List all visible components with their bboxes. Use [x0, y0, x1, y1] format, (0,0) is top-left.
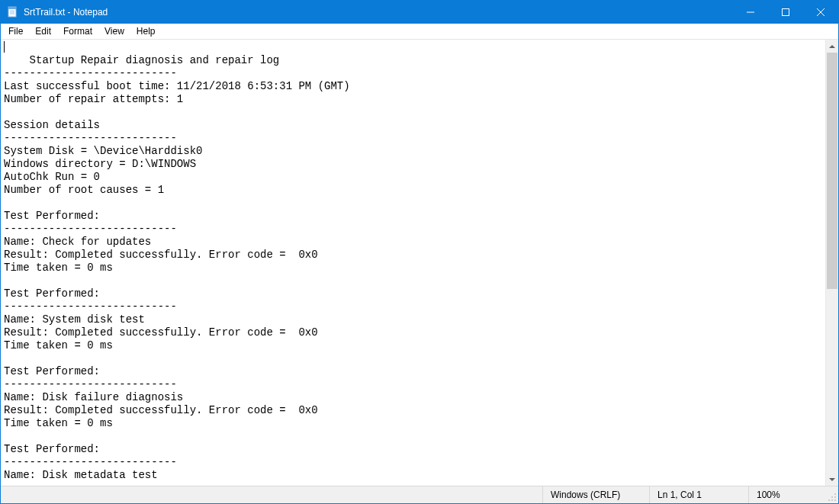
svg-point-14: [828, 499, 830, 501]
svg-point-16: [834, 499, 836, 501]
document-text: Startup Repair diagnosis and repair log …: [4, 54, 350, 481]
svg-point-13: [834, 496, 836, 498]
minimize-button[interactable]: [733, 1, 768, 24]
maximize-button[interactable]: [768, 1, 803, 24]
menu-edit[interactable]: Edit: [29, 24, 57, 38]
window-controls: [733, 1, 838, 24]
text-editor[interactable]: Startup Repair diagnosis and repair log …: [1, 40, 825, 486]
svg-point-12: [831, 496, 833, 498]
close-button[interactable]: [803, 1, 838, 24]
scroll-up-arrow[interactable]: [826, 40, 838, 53]
titlebar-left: SrtTrail.txt - Notepad: [1, 6, 108, 18]
text-caret: [4, 41, 5, 53]
resize-grip[interactable]: [825, 486, 838, 503]
statusbar: Windows (CRLF) Ln 1, Col 1 100%: [1, 486, 838, 503]
notepad-icon: [7, 6, 19, 18]
menu-help[interactable]: Help: [130, 24, 162, 38]
vertical-scrollbar[interactable]: [825, 40, 838, 486]
menu-view[interactable]: View: [98, 24, 130, 38]
svg-marker-10: [829, 478, 835, 481]
scroll-track[interactable]: [826, 53, 838, 473]
menu-format[interactable]: Format: [57, 24, 98, 38]
status-zoom: 100%: [748, 486, 825, 503]
titlebar[interactable]: SrtTrail.txt - Notepad: [1, 1, 838, 24]
menu-file[interactable]: File: [2, 24, 29, 38]
svg-point-15: [831, 499, 833, 501]
window-title: SrtTrail.txt - Notepad: [24, 7, 108, 18]
svg-point-11: [834, 493, 836, 495]
status-line-ending: Windows (CRLF): [542, 486, 649, 503]
svg-marker-9: [829, 45, 835, 48]
scroll-down-arrow[interactable]: [826, 473, 838, 486]
content-area: Startup Repair diagnosis and repair log …: [1, 40, 838, 486]
resize-grip-icon: [828, 493, 837, 502]
scroll-thumb[interactable]: [827, 53, 837, 289]
menubar: File Edit Format View Help: [1, 24, 838, 40]
status-cursor-position: Ln 1, Col 1: [649, 486, 748, 503]
svg-rect-1: [8, 7, 16, 9]
svg-rect-6: [783, 9, 789, 16]
